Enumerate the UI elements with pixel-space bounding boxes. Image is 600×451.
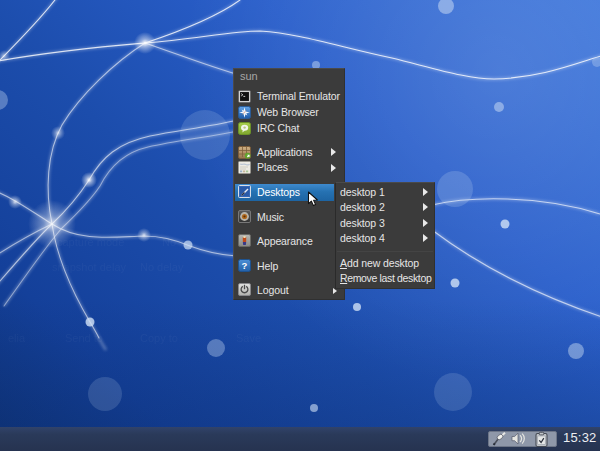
svg-text:No: No <box>162 236 176 248</box>
svg-text:elia: elia <box>8 332 26 344</box>
svg-text:Copy to: Copy to <box>140 332 178 344</box>
svg-text:Send to: Send to <box>65 332 103 344</box>
svg-text:snapshot delay: snapshot delay <box>52 261 126 273</box>
svg-text:capture mode: capture mode <box>57 236 124 248</box>
svg-text:?: ? <box>242 260 248 271</box>
svg-text:Save: Save <box>236 332 261 344</box>
svg-text:No delay: No delay <box>140 261 184 273</box>
